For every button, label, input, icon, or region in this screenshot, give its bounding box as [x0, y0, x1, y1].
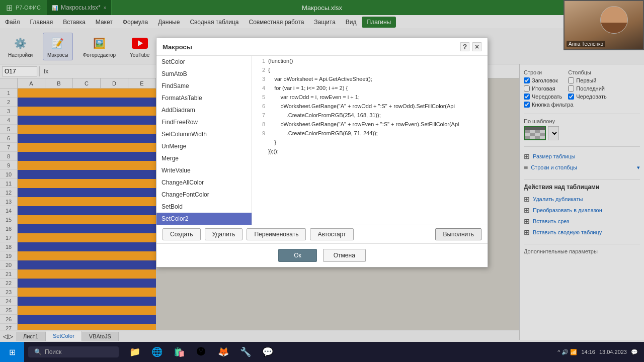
line-number	[254, 139, 268, 148]
line-number: 9	[254, 130, 268, 139]
macro-list-item[interactable]: SetColor	[156, 56, 252, 68]
line-number: 8	[254, 121, 268, 130]
line-content: }	[268, 139, 486, 148]
line-number: 7	[254, 112, 268, 121]
video-person-name: Анна Тесленко	[567, 41, 605, 47]
line-content: var rowOdd = i, rowEven = i + 1;	[268, 94, 486, 103]
hair-detail	[601, 23, 627, 33]
dialog-footer: Создать Удалить Переименовать Автостарт …	[156, 225, 488, 243]
taskbar-apps: 📁 🌐 🛍️ 🅨 🦊 🔧 💬	[125, 342, 278, 362]
macro-list-item[interactable]: WriteValue	[156, 164, 252, 176]
line-content: {	[268, 67, 486, 76]
macro-list-item[interactable]: AddDiadram	[156, 104, 252, 116]
taskbar-app-tool[interactable]: 🔧	[235, 342, 256, 362]
line-content: oWorksheet.GetRange("A" + rowEven + ":S"…	[268, 121, 486, 130]
line-number	[254, 148, 268, 157]
tray-time: 14:16	[581, 349, 595, 355]
code-line: 6 oWorksheet.GetRange("A" + rowOdd + ":S…	[254, 103, 486, 112]
macro-list: SetColorSumAtoBFindSameFormatAsTableAddD…	[156, 56, 252, 225]
macro-list-item[interactable]: Merge	[156, 152, 252, 164]
face-detail	[601, 7, 627, 23]
taskbar-app-chat[interactable]: 💬	[258, 342, 278, 362]
line-content: (function()	[268, 58, 486, 67]
dialog-body: SetColorSumAtoBFindSameFormatAsTableAddD…	[156, 56, 488, 225]
line-content: .CreateColorFromRGB(254, 168, 31));	[268, 112, 486, 121]
line-number: 1	[254, 58, 268, 67]
code-line: 8 oWorksheet.GetRange("A" + rowEven + ":…	[254, 121, 486, 130]
line-content: });();	[268, 148, 486, 157]
taskbar-app-yandex[interactable]: 🅨	[191, 342, 211, 362]
code-line: 7 .CreateColorFromRGB(254, 168, 31));	[254, 112, 486, 121]
dialog-help-button[interactable]: ?	[460, 42, 469, 51]
line-content: oWorksheet.GetRange("A" + rowOdd + ":S" …	[268, 103, 486, 112]
line-number: 2	[254, 67, 268, 76]
code-editor[interactable]: 1(function()2{3 var oWorksheet = Api.Get…	[252, 56, 488, 225]
search-placeholder: Поиск	[45, 348, 61, 355]
line-content: var oWorksheet = Api.GetActiveSheet();	[268, 76, 486, 85]
line-number: 6	[254, 103, 268, 112]
start-button[interactable]: ⊞	[0, 342, 24, 362]
macro-list-item[interactable]: FindFreeRow	[156, 116, 252, 128]
macro-list-item[interactable]: SetColumnWidth	[156, 128, 252, 140]
line-content: for (var i = 1; i<= 200; i += 2) {	[268, 85, 486, 94]
tray-date: 13.04.2023	[599, 349, 627, 355]
macro-list-item[interactable]: SumAtoB	[156, 68, 252, 80]
rename-macro-button[interactable]: Переименовать	[247, 228, 306, 240]
line-number: 4	[254, 85, 268, 94]
system-tray: ^ 🔊 📶 14:16 13.04.2023 💬	[557, 349, 644, 355]
taskbar: ⊞ 🔍 Поиск 📁 🌐 🛍️ 🅨 🦊 🔧 💬 ^ 🔊 📶 14:16 13.…	[0, 342, 644, 362]
ok-button[interactable]: Ок	[278, 249, 317, 262]
code-line: 9 .CreateColorFromRGB(69, 71, 244));	[254, 130, 486, 139]
person-face	[600, 6, 628, 34]
macros-dialog: Макросы ? × SetColorSumAtoBFindSameForma…	[156, 38, 488, 267]
execute-area: Выполнить	[435, 228, 481, 240]
taskbar-app-files[interactable]: 📁	[125, 342, 145, 362]
code-line: }	[254, 139, 486, 148]
cancel-button[interactable]: Отмена	[323, 249, 366, 262]
code-line: 3 var oWorksheet = Api.GetActiveSheet();	[254, 76, 486, 85]
dialog-close-button[interactable]: ×	[472, 42, 481, 51]
code-line: 2{	[254, 67, 486, 76]
line-content: .CreateColorFromRGB(69, 71, 244));	[268, 130, 486, 139]
video-widget: Анна Тесленко	[564, 0, 644, 50]
line-number: 5	[254, 94, 268, 103]
autostart-macro-button[interactable]: Автостарт	[310, 228, 353, 240]
taskbar-app-edge[interactable]: 🌐	[147, 342, 167, 362]
taskbar-app-store[interactable]: 🛍️	[169, 342, 189, 362]
search-icon: 🔍	[34, 348, 42, 355]
dialog-ok-cancel-row: Ок Отмена	[156, 243, 488, 267]
tray-notification[interactable]: 💬	[631, 349, 638, 355]
dialog-title-bar: Макросы ? ×	[156, 38, 488, 56]
macro-list-item[interactable]: SetBold	[156, 201, 252, 213]
code-line: 1(function()	[254, 58, 486, 67]
tray-icons: ^ 🔊 📶	[557, 349, 577, 355]
taskbar-search[interactable]: 🔍 Поиск	[28, 346, 119, 357]
taskbar-app-browser2[interactable]: 🦊	[213, 342, 233, 362]
delete-macro-button[interactable]: Удалить	[205, 228, 243, 240]
macro-list-item[interactable]: UnMerge	[156, 140, 252, 152]
macro-list-item[interactable]: ChangeFontColor	[156, 189, 252, 201]
code-line: 4 for (var i = 1; i<= 200; i += 2) {	[254, 85, 486, 94]
dialog-title-text: Макросы	[163, 43, 192, 51]
dialog-title-icons: ? ×	[460, 42, 481, 51]
macro-list-item[interactable]: FindSame	[156, 80, 252, 92]
macro-list-item[interactable]: FormatAsTable	[156, 92, 252, 104]
create-macro-button[interactable]: Создать	[163, 228, 201, 240]
line-number: 3	[254, 76, 268, 85]
macro-list-item[interactable]: ChangeAllColor	[156, 176, 252, 189]
code-line: 5 var rowOdd = i, rowEven = i + 1;	[254, 94, 486, 103]
macro-list-item[interactable]: SetColor2	[156, 213, 252, 225]
code-line: });();	[254, 148, 486, 157]
execute-macro-button[interactable]: Выполнить	[435, 228, 481, 240]
